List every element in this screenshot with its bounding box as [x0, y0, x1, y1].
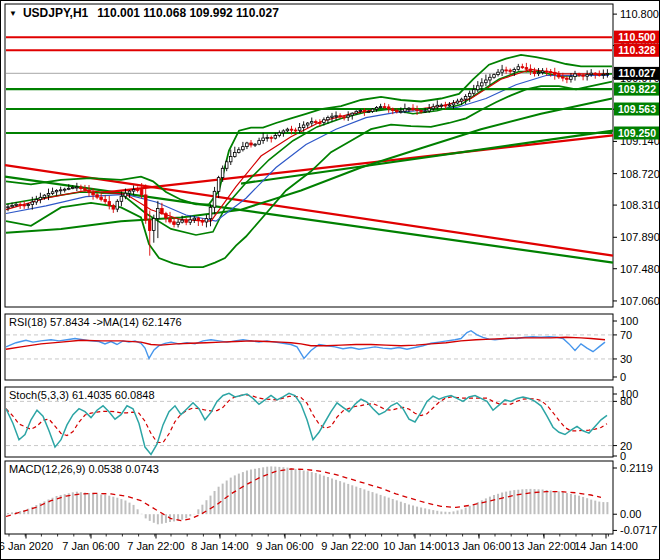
svg-text:14 Jan 14:00: 14 Jan 14:00: [574, 540, 638, 552]
symbol-period-label: USDJPY,H1: [23, 6, 88, 20]
svg-text:110.027: 110.027: [618, 67, 656, 79]
svg-text:109.822: 109.822: [618, 83, 656, 95]
svg-text:30: 30: [620, 353, 632, 365]
time-scale[interactable]: 6 Jan 20207 Jan 06:007 Jan 22:008 Jan 14…: [1, 534, 638, 552]
ohlc-values: 110.001 110.068 109.992 110.027: [97, 6, 279, 20]
svg-text:RSI(18) 57.8434 ->MA(14) 62.1: RSI(18) 57.8434 ->MA(14) 62.1476: [9, 316, 182, 328]
svg-text:0.2119: 0.2119: [620, 462, 653, 474]
svg-text:8 Jan 14:00: 8 Jan 14:00: [191, 540, 249, 552]
svg-text:9 Jan 22:00: 9 Jan 22:00: [321, 540, 379, 552]
svg-text:MACD(12,26,9) 0.0538 0.0743: MACD(12,26,9) 0.0538 0.0743: [9, 463, 159, 475]
svg-text:13 Jan 22:00: 13 Jan 22:00: [512, 540, 576, 552]
svg-text:108.720: 108.720: [620, 168, 660, 180]
svg-text:107.480: 107.480: [620, 263, 660, 275]
svg-text:0.00: 0.00: [620, 508, 641, 520]
svg-text:107.890: 107.890: [620, 231, 660, 243]
svg-text:0: 0: [620, 450, 626, 462]
svg-text:100: 100: [620, 315, 638, 327]
svg-text:108.310: 108.310: [620, 199, 660, 211]
svg-text:9 Jan 06:00: 9 Jan 06:00: [256, 540, 314, 552]
svg-text:6 Jan 2020: 6 Jan 2020: [1, 540, 53, 552]
svg-text:13 Jan 06:00: 13 Jan 06:00: [447, 540, 511, 552]
svg-text:80: 80: [620, 395, 632, 407]
symbol-dropdown-icon[interactable]: ▼: [9, 9, 17, 18]
svg-text:110.500: 110.500: [618, 31, 656, 43]
svg-text:7 Jan 22:00: 7 Jan 22:00: [127, 540, 185, 552]
price-level-boxes: 110.500110.328110.027109.822109.563109.2…: [614, 31, 660, 140]
svg-text:110.328: 110.328: [618, 44, 656, 56]
svg-text:110.800: 110.800: [620, 8, 659, 20]
svg-text:109.563: 109.563: [618, 103, 656, 115]
svg-text:-0.0717: -0.0717: [620, 524, 657, 536]
svg-text:7 Jan 06:00: 7 Jan 06:00: [62, 540, 120, 552]
svg-text:10 Jan 14:00: 10 Jan 14:00: [383, 540, 447, 552]
chart-canvas: RSI(18) 57.8434 ->MA(14) 62.1476Stoch(5,…: [1, 1, 660, 560]
svg-text:107.060: 107.060: [620, 295, 660, 307]
chart-title-bar: ▼USDJPY,H1110.001 110.068 109.992 110.02…: [9, 6, 279, 20]
svg-text:Stoch(5,3,3) 61.4035 60.0848: Stoch(5,3,3) 61.4035 60.0848: [9, 389, 155, 401]
svg-text:0: 0: [620, 371, 626, 383]
svg-text:70: 70: [620, 329, 632, 341]
mt4-chart-window: ▼USDJPY,H1110.001 110.068 109.992 110.02…: [0, 0, 660, 560]
macd-label: MACD(12,26,9) 0.0538 0.0743: [9, 463, 159, 475]
stoch-label: Stoch(5,3,3) 61.4035 60.0848: [9, 389, 155, 401]
rsi-label: RSI(18) 57.8434 ->MA(14) 62.1476: [9, 316, 182, 328]
svg-text:109.250: 109.250: [618, 127, 656, 139]
